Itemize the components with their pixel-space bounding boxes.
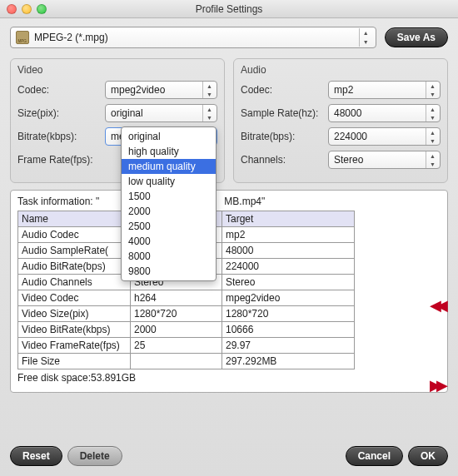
- video-fps-label: Frame Rate(fps):: [17, 154, 105, 166]
- dropdown-option[interactable]: high quality: [122, 144, 216, 159]
- table-row: Video Size(pix)1280*7201280*720: [18, 306, 355, 322]
- video-bitrate-dropdown[interactable]: originalhigh qualitymedium qualitylow qu…: [121, 126, 217, 281]
- prev-arrow-icon[interactable]: ◀◀: [430, 296, 443, 315]
- audio-channels-label: Channels:: [241, 154, 328, 166]
- table-row: File Size297.292MB: [18, 354, 355, 369]
- dropdown-option[interactable]: 2500: [122, 219, 216, 234]
- ok-button[interactable]: OK: [408, 446, 448, 466]
- dropdown-option[interactable]: original: [122, 129, 216, 144]
- video-size-select[interactable]: original ▲▼: [105, 104, 217, 122]
- stepper-icon[interactable]: ▲▼: [426, 82, 439, 98]
- video-codec-select[interactable]: mpeg2video ▲▼: [105, 81, 217, 99]
- profile-select[interactable]: MPEG-2 (*.mpg) ▲▼: [10, 27, 376, 48]
- video-size-label: Size(pix):: [17, 107, 105, 119]
- table-row: Video Codech264mpeg2video: [18, 290, 355, 306]
- traffic-lights: [7, 4, 47, 14]
- profile-label: MPEG-2 (*.mpg): [34, 32, 354, 43]
- audio-samplerate-label: Sample Rate(hz):: [241, 107, 328, 119]
- minimize-icon[interactable]: [22, 4, 32, 14]
- col-target: Target: [222, 211, 355, 227]
- close-icon[interactable]: [7, 4, 17, 14]
- window-title: Profile Settings: [0, 3, 458, 15]
- task-info-title: Task information: "MB.mp4": [17, 196, 441, 207]
- stepper-icon[interactable]: ▲▼: [202, 105, 216, 121]
- video-codec-label: Codec:: [17, 84, 105, 96]
- stepper-icon[interactable]: ▲▼: [202, 82, 216, 98]
- stepper-icon[interactable]: ▲▼: [426, 151, 439, 168]
- dropdown-option[interactable]: 9800: [122, 264, 216, 279]
- delete-button[interactable]: Delete: [67, 446, 122, 466]
- next-arrow-icon[interactable]: ▶▶: [430, 376, 443, 394]
- audio-samplerate-select[interactable]: 48000 ▲▼: [328, 104, 441, 122]
- mpg-format-icon: [16, 31, 29, 44]
- reset-button[interactable]: Reset: [10, 446, 62, 466]
- audio-panel: Audio Codec: mp2 ▲▼ Sample Rate(hz): 480…: [233, 58, 448, 183]
- task-info-area: Task information: "MB.mp4" Name Target A…: [10, 190, 448, 393]
- dropdown-option[interactable]: 1500: [122, 189, 216, 204]
- col-name: Name: [18, 211, 131, 227]
- dropdown-option[interactable]: 4000: [122, 234, 216, 249]
- audio-channels-select[interactable]: Stereo ▲▼: [328, 151, 441, 169]
- stepper-icon[interactable]: ▲▼: [426, 105, 439, 121]
- dropdown-option[interactable]: low quality: [122, 174, 216, 189]
- audio-codec-label: Codec:: [241, 84, 328, 96]
- dropdown-option[interactable]: 8000: [122, 249, 216, 264]
- audio-bitrate-label: Bitrate(bps):: [241, 131, 328, 142]
- audio-codec-select[interactable]: mp2 ▲▼: [328, 81, 441, 99]
- audio-panel-title: Audio: [241, 64, 441, 76]
- video-bitrate-label: Bitrate(kbps):: [17, 131, 105, 142]
- stepper-icon[interactable]: ▲▼: [426, 128, 439, 145]
- save-as-button[interactable]: Save As: [385, 27, 448, 47]
- audio-bitrate-select[interactable]: 224000 ▲▼: [328, 127, 441, 146]
- video-panel-title: Video: [17, 64, 217, 76]
- dropdown-option[interactable]: 2000: [122, 204, 216, 219]
- dropdown-option[interactable]: medium quality: [122, 159, 216, 174]
- zoom-icon[interactable]: [37, 4, 47, 14]
- table-row: Video FrameRate(fps)2529.97: [18, 338, 355, 354]
- cancel-button[interactable]: Cancel: [346, 446, 403, 466]
- free-disk-space: Free disk space:53.891GB: [17, 372, 441, 384]
- title-bar: Profile Settings: [0, 0, 458, 18]
- table-row: Video BitRate(kbps)200010666: [18, 322, 355, 338]
- stepper-icon[interactable]: ▲▼: [359, 28, 372, 47]
